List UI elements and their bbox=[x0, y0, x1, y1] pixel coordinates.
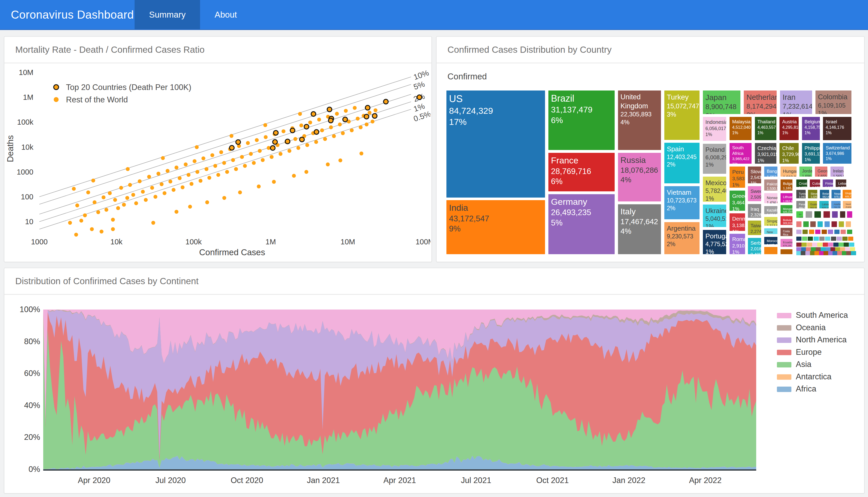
treemap-block[interactable]: Lithuania1,062,9500.213% bbox=[781, 193, 793, 202]
treemap-block[interactable]: Latvia829,1430.166% bbox=[819, 201, 829, 209]
treemap-block[interactable]: Georgia1,655,2210.332% bbox=[815, 167, 827, 176]
treemap-tiny-block[interactable] bbox=[796, 230, 801, 234]
treemap-tiny-block[interactable] bbox=[809, 230, 814, 234]
treemap-tiny-block[interactable] bbox=[802, 237, 807, 241]
treemap-block[interactable]: Italy17,467,6424% bbox=[618, 204, 661, 254]
treemap-block[interactable]: Taiwan*2,274,6660.456% bbox=[748, 221, 761, 235]
treemap-tiny-block[interactable] bbox=[849, 243, 854, 247]
treemap-tiny-block[interactable] bbox=[845, 247, 850, 251]
treemap-tiny-block[interactable] bbox=[796, 243, 801, 247]
treemap-block[interactable]: Netherlands8,174,2942% bbox=[744, 90, 777, 114]
treemap-small-block[interactable] bbox=[847, 211, 852, 218]
treemap-block[interactable]: Sri Lanka663,8430.133% bbox=[796, 211, 803, 218]
treemap-tiny-block[interactable] bbox=[828, 243, 833, 247]
treemap-block[interactable]: Poland6,008,2951% bbox=[703, 144, 727, 174]
treemap-tiny-block[interactable] bbox=[796, 247, 801, 251]
treemap-tiny-block[interactable] bbox=[812, 243, 817, 247]
treemap-block[interactable]: Ecuador878,1960.176% bbox=[781, 239, 793, 247]
continent-area-chart[interactable]: 0%20%40%60%80%100%Apr 2020Jul 2020Oct 20… bbox=[4, 295, 863, 492]
treemap-block[interactable]: Russia18,076,2864% bbox=[618, 153, 661, 201]
treemap-tiny-block[interactable] bbox=[814, 237, 819, 241]
treemap-block[interactable]: Hungary1,919,8400.385% bbox=[781, 167, 797, 176]
treemap-block[interactable]: Uruguay925,7770.186% bbox=[843, 190, 852, 198]
treemap-block[interactable]: Cuba1,105,4190.222% bbox=[810, 180, 821, 187]
treemap-small-block[interactable] bbox=[814, 211, 821, 218]
legend-label[interactable]: Antarctica bbox=[796, 372, 832, 381]
treemap-block[interactable]: Romania2,910,0811% bbox=[730, 234, 745, 254]
treemap-block[interactable]: Portugal4,775,5291% bbox=[703, 230, 727, 254]
treemap-block[interactable]: Bangladesh1,953,5920.392% bbox=[764, 167, 778, 176]
treemap-block[interactable]: Finland1,105,2110.222% bbox=[823, 180, 833, 187]
treemap-tiny-block[interactable] bbox=[819, 237, 825, 241]
treemap-block[interactable]: Philippines3,691,1141% bbox=[802, 143, 820, 164]
treemap-block[interactable]: Belgium4,158,7541% bbox=[802, 117, 820, 140]
treemap-block[interactable]: Ireland1,565,9700.314% bbox=[830, 167, 844, 176]
treemap-tiny-block[interactable] bbox=[835, 230, 840, 234]
treemap-tiny-block[interactable] bbox=[817, 243, 823, 247]
treemap-block[interactable]: Mexico5,782,4051% bbox=[703, 176, 727, 202]
treemap-block[interactable]: Jordan1,696,9370.34% bbox=[799, 167, 812, 176]
treemap-tiny-block[interactable] bbox=[846, 221, 851, 227]
treemap-tiny-block[interactable] bbox=[851, 251, 856, 255]
treemap-block[interactable]: Malaysia4,512,0401% bbox=[730, 117, 751, 140]
treemap-tiny-block[interactable] bbox=[821, 247, 826, 251]
treemap-block[interactable]: Pakistan1,530,5560.307% bbox=[764, 180, 778, 190]
legend-label[interactable]: Africa bbox=[796, 384, 816, 393]
treemap-tiny-block[interactable] bbox=[796, 221, 801, 227]
treemap-block[interactable]: Costa Rica904,9340.182% bbox=[781, 228, 793, 236]
mortality-scatter-chart[interactable]: 10%5%2%1%0.5%10100100010k100k1M10M100010… bbox=[4, 63, 430, 261]
treemap-tiny-block[interactable] bbox=[810, 221, 815, 227]
treemap-tiny-block[interactable] bbox=[847, 230, 852, 234]
legend-label[interactable]: Top 20 Countries (Death Per 100K) bbox=[66, 83, 191, 92]
treemap-tiny-block[interactable] bbox=[828, 230, 833, 234]
treemap-block[interactable]: South Africa3,965,4221% bbox=[730, 143, 751, 164]
treemap-block[interactable]: Chile3,729,9061% bbox=[780, 143, 799, 164]
treemap-block[interactable]: Serbia2,018,2160.405% bbox=[748, 238, 761, 254]
treemap-block[interactable]: Bolivia909,9190.183% bbox=[781, 216, 793, 225]
treemap-tiny-block[interactable] bbox=[801, 247, 807, 251]
treemap-small-block[interactable] bbox=[840, 211, 845, 218]
tab-summary[interactable]: Summary bbox=[135, 0, 200, 29]
treemap-tiny-block[interactable] bbox=[839, 243, 844, 247]
treemap-tiny-block[interactable] bbox=[816, 247, 821, 251]
treemap-block[interactable]: Turkey15,072,7473% bbox=[664, 90, 700, 140]
treemap-tiny-block[interactable] bbox=[833, 243, 839, 247]
treemap-block[interactable]: Slovakia2,543,1601% bbox=[748, 167, 761, 183]
treemap-block[interactable]: Singapore1,313,8490.264% bbox=[764, 217, 778, 226]
treemap-small-block[interactable] bbox=[824, 211, 830, 218]
treemap-tiny-block[interactable] bbox=[817, 221, 823, 227]
treemap-tiny-block[interactable] bbox=[825, 221, 830, 227]
treemap-block[interactable]: United Kingdom22,305,8934% bbox=[618, 90, 661, 150]
treemap-block[interactable]: Peru3,583,4031% bbox=[730, 167, 745, 188]
treemap-tiny-block[interactable] bbox=[848, 237, 853, 241]
tab-about[interactable]: About bbox=[200, 0, 251, 29]
treemap-tiny-block[interactable] bbox=[822, 230, 827, 234]
treemap-block[interactable]: Sweden2,509,3661% bbox=[748, 186, 761, 201]
treemap-block[interactable]: Iraq2,328,4980.467% bbox=[748, 204, 761, 218]
treemap-tiny-block[interactable] bbox=[844, 243, 849, 247]
legend-label[interactable]: North America bbox=[796, 335, 847, 344]
treemap-block[interactable]: Tunisia1,042,8720.209% bbox=[796, 190, 805, 198]
treemap-block[interactable]: Spain12,403,2452% bbox=[664, 143, 700, 184]
treemap-block[interactable]: Saudi Arabia775,0850.156% bbox=[843, 201, 852, 209]
treemap-block[interactable]: Ukraine5,040,5181% bbox=[703, 204, 727, 227]
treemap-tiny-block[interactable] bbox=[830, 247, 836, 251]
treemap-tiny-block[interactable] bbox=[831, 221, 837, 227]
treemap-block[interactable]: Thailand4,463,5571% bbox=[755, 117, 776, 140]
treemap-block[interactable]: Austria4,295,8181% bbox=[780, 117, 799, 140]
treemap-tiny-block[interactable] bbox=[831, 237, 836, 241]
treemap-tiny-block[interactable] bbox=[801, 243, 807, 247]
treemap-tiny-block[interactable] bbox=[805, 251, 811, 255]
treemap-tiny-block[interactable] bbox=[841, 230, 846, 234]
treemap-block[interactable]: New Zealand1,191,5600.239% bbox=[764, 228, 778, 234]
treemap-tiny-block[interactable] bbox=[825, 237, 830, 241]
treemap-block[interactable]: Slovenia1,025,9130.206% bbox=[808, 190, 817, 198]
treemap-tiny-block[interactable] bbox=[803, 221, 809, 227]
treemap-block[interactable]: India43,172,5479% bbox=[446, 200, 545, 254]
treemap-tiny-block[interactable] bbox=[796, 237, 801, 241]
legend-label[interactable]: Oceania bbox=[796, 323, 826, 332]
treemap-block[interactable]: Vietnam10,723,6732% bbox=[664, 186, 700, 219]
treemap-block[interactable]: Denmark3,138,6781% bbox=[730, 213, 745, 231]
treemap-tiny-block[interactable] bbox=[806, 247, 811, 251]
treemap-small-block[interactable] bbox=[805, 211, 812, 218]
